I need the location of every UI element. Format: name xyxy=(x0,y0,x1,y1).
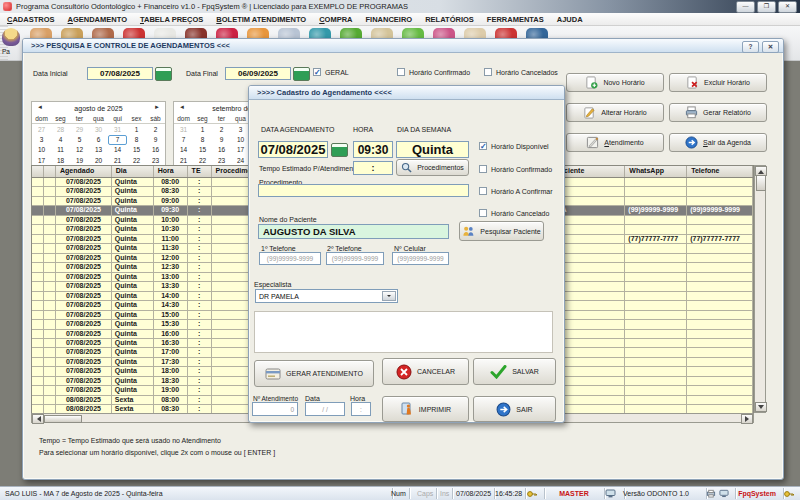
cancelar-button[interactable]: CANCELAR xyxy=(382,358,469,385)
excluir-horario-button[interactable]: Excluir Horário xyxy=(669,73,767,92)
calendar-day[interactable]: 15 xyxy=(127,145,146,155)
horario-confirmado-checkbox[interactable] xyxy=(397,68,405,76)
data-agendamento-field[interactable]: 07/08/2025 xyxy=(258,141,328,158)
filter-horario-confirmado[interactable]: Horário Confirmado xyxy=(397,68,470,76)
calendar-day[interactable]: 8 xyxy=(127,135,146,145)
dialog-title-bar[interactable]: >>>> Cadastro do Agendamento <<<< xyxy=(249,86,564,100)
column-header-hora[interactable]: Hora xyxy=(154,166,188,177)
atendimento-button[interactable]: Atendimento xyxy=(566,133,664,152)
procedimentos-button[interactable]: Procedimentos xyxy=(396,159,469,176)
column-header-telefone[interactable]: Telefone xyxy=(687,166,753,177)
horario-disponivel-checkbox[interactable] xyxy=(479,142,487,150)
table-vertical-scrollbar[interactable] xyxy=(754,165,766,413)
column-header-dia[interactable]: Dia xyxy=(112,166,154,177)
minimize-button[interactable]: — xyxy=(736,1,755,13)
data-final-field[interactable]: 06/09/2025 xyxy=(225,67,291,80)
calendar-day[interactable]: 8 xyxy=(193,135,212,145)
salvar-button[interactable]: SALVAR xyxy=(473,358,556,385)
calendar-next-icon[interactable]: ► xyxy=(154,104,160,110)
column-header-agendado[interactable]: Agendado xyxy=(56,166,112,177)
column-header-whatsapp[interactable]: WhatsApp xyxy=(625,166,687,177)
horario-cancelado-checkbox[interactable] xyxy=(479,209,487,217)
horario-confirmado-checkbox[interactable] xyxy=(479,165,487,173)
calendar-day[interactable]: 11 xyxy=(51,145,70,155)
tempo-estimado-field[interactable]: : xyxy=(353,161,393,175)
status-horario-disponivel[interactable]: Horário Disponível xyxy=(479,142,549,150)
status-horario-a-confirmar[interactable]: Horário A Confirmar xyxy=(479,187,552,195)
column-header[interactable] xyxy=(32,166,44,177)
novo-horario-button[interactable]: Novo Horário xyxy=(566,73,664,92)
close-button[interactable]: ✕ xyxy=(778,1,797,13)
data-inicial-calendar-button[interactable] xyxy=(155,67,172,81)
pesquisar-paciente-button[interactable]: Pesquisar Paciente xyxy=(459,221,544,241)
calendar-prev-icon[interactable]: ◄ xyxy=(37,104,43,110)
calendar-day[interactable]: 3 xyxy=(32,135,51,145)
status-horario-cancelado[interactable]: Horário Cancelado xyxy=(479,209,549,217)
menu-ferramentas[interactable]: FERRAMENTAS xyxy=(487,15,544,24)
sair-button[interactable]: SAIR xyxy=(473,396,556,422)
hora-field[interactable]: 09:30 xyxy=(353,141,393,158)
observations-box[interactable] xyxy=(254,311,553,353)
alterar-horario-button[interactable]: Alterar Horário xyxy=(566,103,664,122)
gerar-relatorio-button[interactable]: Gerar Relatório xyxy=(669,103,767,122)
imprimir-button[interactable]: IMPRIMIR xyxy=(382,396,469,422)
calendar-day[interactable]: 15 xyxy=(193,145,212,155)
data-atendimento-field[interactable]: / / xyxy=(305,402,345,416)
restore-button[interactable]: ❐ xyxy=(757,1,776,13)
calendar-day[interactable]: 14 xyxy=(174,145,193,155)
horario-cancelados-checkbox[interactable] xyxy=(484,68,492,76)
status-horario-confirmado[interactable]: Horário Confirmado xyxy=(479,165,552,173)
chevron-down-icon[interactable] xyxy=(382,291,396,301)
calendar-day[interactable]: 31 xyxy=(174,125,193,135)
menu-financeiro[interactable]: FINANCEIRO xyxy=(366,15,413,24)
calendar-day[interactable]: 31 xyxy=(108,125,127,135)
calendar-day[interactable]: 1 xyxy=(127,125,146,135)
menu-tabela-preços[interactable]: TABELA PREÇOS xyxy=(140,15,203,24)
calendar-day[interactable]: 5 xyxy=(70,135,89,145)
calendar-day[interactable]: 7 xyxy=(108,135,127,145)
toolbar-button-patients[interactable]: Pa xyxy=(2,28,22,58)
menu-compra[interactable]: COMPRA xyxy=(319,15,352,24)
calendar-day[interactable]: 16 xyxy=(212,145,231,155)
calendar-prev-icon[interactable]: ◄ xyxy=(179,104,185,110)
menu-boletim-atendimento[interactable]: BOLETIM ATENDIMENTO xyxy=(216,15,306,24)
agenda-window-title-bar[interactable]: >>> PESQUISA E CONTROLE DE AGENDAMENTOS … xyxy=(23,39,783,53)
procedimento-field[interactable] xyxy=(258,184,469,197)
dialog-calendar-button[interactable] xyxy=(331,143,348,157)
calendar-day[interactable]: 29 xyxy=(70,125,89,135)
celular-field[interactable]: (99)99999-9999 xyxy=(392,252,449,265)
n-atendimento-field[interactable]: 0 xyxy=(252,402,298,416)
calendar-day[interactable]: 30 xyxy=(89,125,108,135)
calendar-day[interactable]: 14 xyxy=(108,145,127,155)
nome-paciente-field[interactable]: AUGUSTO DA SILVA xyxy=(258,224,449,239)
calendar-day[interactable]: 9 xyxy=(212,135,231,145)
menu-cadastros[interactable]: CADASTROS xyxy=(7,15,55,24)
menu-relatórios[interactable]: RELATÓRIOS xyxy=(425,15,474,24)
calendar-day[interactable]: 16 xyxy=(146,145,165,155)
data-inicial-field[interactable]: 07/08/2025 xyxy=(87,67,153,80)
telefone1-field[interactable]: (99)99999-9999 xyxy=(259,252,321,265)
horario-a-confirmar-checkbox[interactable] xyxy=(479,187,487,195)
filter-geral[interactable]: GERAL xyxy=(313,68,349,76)
calendar-day[interactable]: 13 xyxy=(89,145,108,155)
gerar-atendimento-button[interactable]: GERAR ATENDIMENTO xyxy=(254,360,374,387)
calendar-day[interactable]: 2 xyxy=(146,125,165,135)
calendar-day[interactable]: 7 xyxy=(174,135,193,145)
calendar-day[interactable]: 27 xyxy=(32,125,51,135)
especialista-dropdown[interactable]: DR PAMELA xyxy=(255,289,398,303)
calendar-day[interactable]: 12 xyxy=(70,145,89,155)
calendar-day[interactable]: 4 xyxy=(51,135,70,145)
menu-agendamento[interactable]: AGENDAMENTO xyxy=(68,15,127,24)
filter-horario-cancelados[interactable]: Horário Cancelados xyxy=(484,68,558,76)
column-header-te[interactable]: TE xyxy=(188,166,212,177)
hora-atendimento-field[interactable]: : xyxy=(351,402,371,416)
data-final-calendar-button[interactable] xyxy=(293,67,310,81)
column-header[interactable] xyxy=(44,166,56,177)
sair-da-agenda-button[interactable]: Sair da Agenda xyxy=(669,133,767,152)
window-close-button[interactable]: ✕ xyxy=(762,41,779,53)
calendar-day[interactable]: 10 xyxy=(32,145,51,155)
calendar-day[interactable]: 9 xyxy=(146,135,165,145)
geral-checkbox[interactable] xyxy=(313,68,321,76)
calendar-day[interactable]: 28 xyxy=(51,125,70,135)
menu-ajuda[interactable]: AJUDA xyxy=(557,15,583,24)
